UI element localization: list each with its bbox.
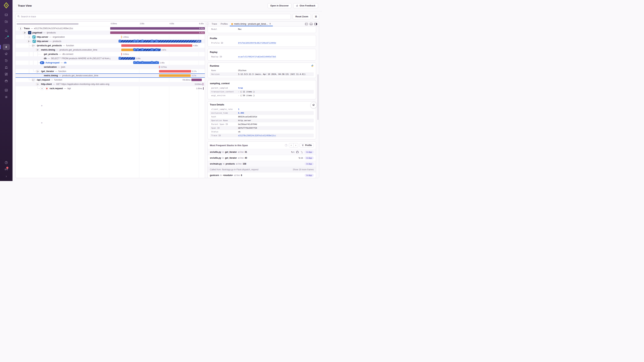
sidebar-item-alerts[interactable] [3, 64, 10, 70]
give-feedback-button[interactable]: Give Feedback [293, 3, 318, 8]
span-children-toggle-pill[interactable]: 1∧ [31, 78, 36, 81]
span-children-toggle-pill[interactable]: 1∧ [36, 70, 40, 73]
tab-profiles[interactable]: Profiles [219, 22, 229, 26]
sidebar-item-insights[interactable] [3, 35, 10, 41]
span-children-toggle-pill[interactable]: 1∧ [36, 83, 40, 86]
sidebar-item-broadcast[interactable] [3, 166, 10, 173]
span-row[interactable]: +rack.request—/api1.00ms [16, 86, 205, 91]
error-warning-icon[interactable]: ⚠ [141, 48, 144, 51]
span-row[interactable]: 2∧/products.get_products—function4.83s [16, 43, 205, 48]
error-warning-icon[interactable]: ⚠ [141, 61, 144, 64]
error-warning-icon[interactable]: ⚠ [136, 48, 139, 51]
tab-trace[interactable]: Trace [210, 22, 218, 26]
span-bar[interactable] [121, 44, 192, 47]
error-warning-icon[interactable]: ⚠ [150, 61, 153, 64]
span-row[interactable]: 2∨http.server—products5.55s⚠⚠⚠⚠⚠⚠ [16, 39, 205, 43]
error-warning-icon[interactable]: ⚠ [150, 48, 153, 51]
sidebar-item-help[interactable] [3, 160, 10, 166]
in-app-badge[interactable]: In App [305, 163, 314, 165]
span-children-toggle-pill[interactable]: 2+ [23, 31, 27, 34]
span-row[interactable]: 5∨Autogrouped—db1.66s⚠⚠⚠⚠⚠ [16, 61, 205, 65]
error-warning-icon[interactable]: ⚠ [155, 40, 158, 42]
drawer-collapse-button[interactable]: › [206, 22, 209, 25]
sidebar-item-stats[interactable] [3, 87, 10, 93]
span-children-toggle-pill[interactable]: 5∨ [40, 61, 44, 64]
horizontal-scrollbar[interactable] [17, 23, 78, 25]
span-bar[interactable] [192, 79, 202, 81]
sidebar-item-explore[interactable] [3, 28, 10, 34]
span-row[interactable]: 4∧metric.timing—products.get_products.ex… [16, 48, 205, 52]
span-bar[interactable]: 6.41s [110, 31, 205, 34]
sidebar-item-projects[interactable] [3, 18, 10, 25]
chevron-expand-icon[interactable]: › [238, 94, 239, 97]
span-row[interactable]: metric.timing—products.get_iterator.exec… [16, 73, 205, 78]
error-warning-icon[interactable]: ⚠ [118, 40, 121, 42]
span-children-toggle-pill[interactable]: 2∧ [31, 44, 36, 47]
error-warning-icon[interactable]: ⚠ [133, 48, 136, 51]
help-icon[interactable]: ? [285, 144, 288, 147]
span-bar[interactable] [121, 49, 134, 51]
error-warning-icon[interactable]: ⚠ [141, 40, 144, 42]
prev-stack-button[interactable]: ‹ [289, 143, 294, 147]
sidebar-item-replays[interactable] [3, 57, 10, 64]
sidebar-item-traces[interactable] [3, 44, 10, 50]
span-bar[interactable] [159, 70, 191, 73]
sidebar-item-issues[interactable] [3, 12, 10, 18]
open-in-discover-button[interactable]: Open in Discover [268, 3, 292, 8]
error-warning-icon[interactable]: ⚠ [155, 61, 158, 64]
stack-frame-row[interactable]: gunicornin<module>at line8In App [208, 173, 316, 178]
error-warning-icon[interactable]: ⚠ [118, 57, 121, 59]
drawer-scrollbar[interactable] [318, 74, 318, 120]
span-row[interactable]: 2+pageload—/products6.41s [16, 30, 205, 35]
layout-drawer-bottom-icon[interactable] [310, 23, 312, 25]
span-children-toggle-pill[interactable]: 4∧ [36, 48, 40, 51]
error-warning-icon[interactable]: ⚠ [133, 40, 136, 42]
in-app-badge[interactable]: In App [305, 151, 314, 154]
span-bar[interactable]: 5.55s [118, 40, 201, 42]
sidebar-item-settings[interactable] [3, 94, 10, 100]
span-row[interactable]: db—SELECT * FROM products WHERE id IN (S… [16, 56, 205, 61]
span-row[interactable]: 1∧/api_request—function709.80ms [16, 78, 205, 82]
error-warning-icon[interactable]: ⚠ [133, 61, 136, 64]
span-children-toggle-pill[interactable]: 1 [18, 27, 23, 30]
shortcuts-button[interactable]: ⌘ [313, 14, 319, 19]
error-warning-icon[interactable]: ⚠ [136, 61, 139, 64]
span-children-toggle-pill[interactable]: 2∨ [27, 40, 32, 43]
sidebar-item-releases[interactable] [3, 51, 10, 57]
next-stack-button[interactable]: › [294, 143, 298, 147]
span-row[interactable]: 1Trace—e31278c256524c3297e2cd12458e12cc6… [16, 26, 205, 30]
layout-sidebar-left-icon[interactable] [305, 23, 308, 25]
seer-icon[interactable] [300, 151, 303, 154]
span-row[interactable]: 1∧/get_iterator—function2.17s [16, 69, 205, 73]
github-icon[interactable] [296, 151, 299, 154]
span-children-toggle-pill[interactable]: + [27, 35, 31, 38]
span-row[interactable]: serialization—json0.27ms [16, 65, 205, 69]
tab-span-metric-timing[interactable]: metric.timing - products.get_iterat… [230, 22, 273, 26]
pin-icon[interactable] [269, 23, 271, 25]
chevron-expand-icon[interactable]: › [238, 91, 239, 93]
sidebar-item-dashboards[interactable] [3, 71, 10, 77]
detail-value[interactable]: ecae7c51f0024f2fa82e6314045d73b5 [238, 56, 276, 58]
in-app-badge[interactable]: In App [305, 157, 314, 159]
in-app-badge[interactable]: In App [305, 174, 314, 177]
detail-value[interactable]: 8fb7bb1891994f8c862f206e8722009d [238, 42, 276, 44]
stack-frame-row[interactable]: src/main.pyinproductsat line158In App [208, 161, 316, 167]
span-bar[interactable]: 6.41s [110, 27, 205, 30]
error-warning-icon[interactable]: ⚠ [150, 40, 153, 42]
span-row[interactable]: 1∧http.client—GET https://application-mo… [16, 82, 205, 86]
error-warning-icon[interactable]: ⚠ [136, 40, 139, 42]
profile-button[interactable]: Profile [300, 143, 314, 147]
show-more-frames-link[interactable]: Show 19 more frames [293, 168, 314, 171]
search-input[interactable] [21, 15, 289, 18]
span-children-toggle-pill[interactable]: + [40, 87, 44, 90]
span-row[interactable]: +http.server—organization1.00ms [16, 35, 205, 39]
span-row[interactable]: get_products—db.connect0.09ms [16, 52, 205, 56]
stack-frame-row[interactable]: src/utils.pyinget_iteratorat line31↻1In … [208, 149, 316, 155]
span-bar[interactable] [159, 74, 191, 77]
sidebar-collapse-button[interactable]: › [3, 173, 10, 179]
feedback-fab-button[interactable] [310, 102, 317, 108]
error-warning-icon[interactable]: ⚠ [155, 48, 158, 51]
stack-frame-row[interactable]: src/utils.pyinget_iteratorat line40↻16In… [208, 155, 316, 161]
sidebar-item-archive[interactable] [3, 78, 10, 84]
layout-drawer-right-icon[interactable] [314, 23, 317, 25]
